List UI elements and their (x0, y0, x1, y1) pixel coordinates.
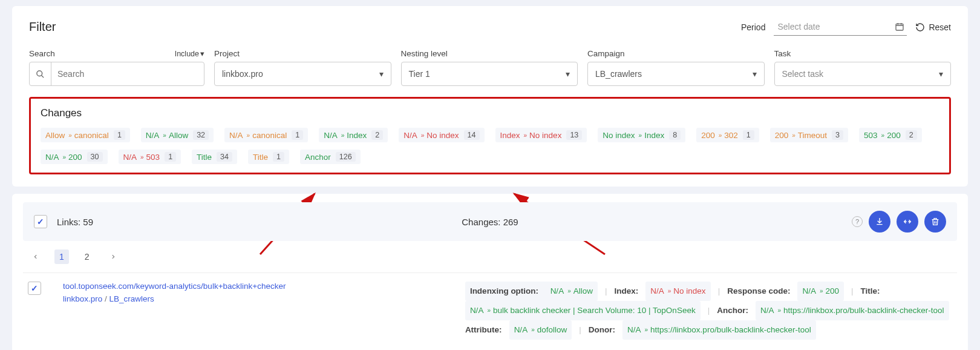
filter-header: Filter Period Select date Reset (29, 18, 951, 36)
caret-down-icon: ▾ (200, 49, 204, 58)
chips-container: Allow»canonical1N/A»Allow32N/A»canonical… (41, 128, 939, 164)
project-label: Project (214, 49, 391, 58)
change-chip[interactable]: N/A»5031 (119, 150, 181, 164)
select-all-checkbox[interactable] (34, 215, 47, 228)
anchor-label: Anchor: (717, 303, 748, 319)
include-dropdown[interactable]: Include ▾ (175, 49, 204, 58)
changes-box: Changes Allow»canonical1N/A»Allow32N/A»c… (29, 97, 951, 174)
change-chip[interactable]: Anchor126 (300, 150, 361, 164)
attribute-label: Attribute: (465, 322, 502, 338)
crumb-project[interactable]: linkbox.pro (63, 294, 102, 303)
pager: 1 2 (23, 241, 957, 272)
crumb-campaign[interactable]: LB_crawlers (109, 294, 154, 303)
change-chip[interactable]: No index»Index8 (598, 128, 685, 142)
changes-title: Changes (41, 107, 939, 119)
filter-group-search: Search Include ▾ (29, 49, 204, 86)
title-label: Title: (861, 283, 880, 299)
project-value: linkbox.pro (215, 69, 372, 79)
pager-prev[interactable] (28, 250, 44, 263)
search-input-shell (29, 62, 204, 86)
change-chip[interactable]: Title1 (248, 150, 289, 164)
result-url[interactable]: tool.toponseek.com/keyword-analytics/bul… (63, 282, 286, 291)
links-bar-actions: ? (852, 211, 946, 233)
filter-group-project: Project linkbox.pro ▾ (214, 49, 391, 86)
change-chip[interactable]: Index»No index13 (495, 128, 587, 142)
search-label: Search (29, 49, 55, 58)
nesting-label: Nesting level (401, 49, 578, 58)
campaign-label: Campaign (587, 49, 765, 58)
search-button[interactable] (30, 62, 51, 85)
filter-row: Search Include ▾ Project linkbox.pro ▾ (29, 49, 951, 86)
trash-icon (930, 217, 940, 226)
task-select[interactable]: Select task ▾ (774, 62, 952, 86)
reset-icon (915, 22, 925, 32)
move-button[interactable] (897, 211, 918, 233)
filter-group-nesting: Nesting level Tier 1 ▾ (401, 49, 578, 86)
download-button[interactable] (869, 211, 890, 233)
nesting-value: Tier 1 (402, 69, 559, 79)
pager-next[interactable] (105, 250, 121, 263)
search-input[interactable] (51, 69, 204, 79)
search-icon (36, 70, 45, 79)
download-icon (875, 217, 884, 226)
campaign-value: LB_crawlers (588, 69, 745, 79)
indexing-label: Indenxing option: (470, 283, 538, 299)
nesting-select[interactable]: Tier 1 ▾ (401, 62, 578, 86)
reset-label: Reset (929, 22, 951, 32)
row-checkbox[interactable] (28, 282, 41, 295)
move-icon (903, 217, 912, 226)
change-chip[interactable]: Title34 (192, 150, 237, 164)
results-card: Links: 59 Changes: 269 ? 1 2 (12, 194, 968, 350)
result-left: tool.toponseek.com/keyword-analytics/bul… (28, 282, 453, 340)
result-row: tool.toponseek.com/keyword-analytics/bul… (23, 272, 957, 348)
response-label: Response code: (727, 283, 790, 299)
donor-label: Donor: (589, 322, 615, 338)
change-chip[interactable]: 503»2002 (859, 128, 922, 142)
caret-down-icon: ▾ (372, 69, 391, 79)
result-breadcrumb: linkbox.pro / LB_crawlers (63, 294, 286, 303)
calendar-icon (895, 22, 904, 31)
change-chip[interactable]: 200»Timeout3 (770, 128, 848, 142)
caret-down-icon: ▾ (558, 69, 577, 79)
change-chip[interactable]: 200»3021 (696, 128, 759, 142)
period-label: Period (741, 22, 765, 32)
delete-button[interactable] (924, 211, 946, 233)
filter-group-task: Task Select task ▾ (774, 49, 952, 86)
project-select[interactable]: linkbox.pro ▾ (214, 62, 391, 86)
result-right: Indenxing option: N/A » Allow | Index: N… (465, 282, 952, 340)
links-bar: Links: 59 Changes: 269 ? (23, 202, 957, 241)
change-chip[interactable]: N/A»Allow32 (141, 128, 214, 142)
filter-title: Filter (29, 20, 56, 34)
change-chip[interactable]: N/A»20030 (41, 150, 108, 164)
pager-page-2[interactable]: 2 (80, 249, 94, 264)
index-label: Index: (614, 283, 638, 299)
help-icon[interactable]: ? (852, 216, 863, 227)
task-placeholder: Select task (775, 69, 932, 79)
change-chip[interactable]: N/A»Index2 (319, 128, 388, 142)
change-chip[interactable]: N/A»No index14 (399, 128, 484, 142)
period-group: Period Select date Reset (741, 18, 951, 36)
caret-down-icon: ▾ (745, 69, 764, 79)
filter-group-campaign: Campaign LB_crawlers ▾ (587, 49, 765, 86)
reset-button[interactable]: Reset (915, 22, 951, 32)
date-placeholder: Select date (777, 22, 820, 31)
pager-page-1[interactable]: 1 (54, 249, 69, 264)
links-count: Links: 59 (57, 217, 93, 227)
svg-rect-0 (896, 24, 903, 30)
task-label: Task (774, 49, 952, 58)
campaign-select[interactable]: LB_crawlers ▾ (587, 62, 765, 86)
date-input[interactable]: Select date (774, 18, 907, 36)
svg-point-1 (37, 70, 42, 76)
changes-count: Changes: 269 (462, 217, 518, 227)
change-chip[interactable]: Allow»canonical1 (41, 128, 130, 142)
caret-down-icon: ▾ (932, 69, 950, 79)
filter-card: Filter Period Select date Reset Search I… (12, 6, 968, 187)
change-chip[interactable]: N/A»canonical1 (224, 128, 308, 142)
